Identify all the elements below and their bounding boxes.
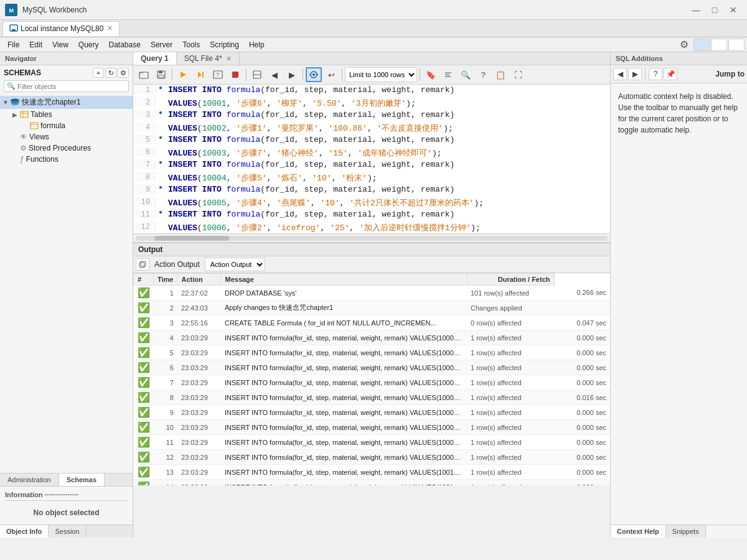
menu-file[interactable]: File (2, 39, 24, 50)
nav-forward-button[interactable]: ▶ (628, 68, 642, 80)
stored-procs-item[interactable]: ⚙ Stored Procedures (0, 142, 133, 154)
fullscreen-button[interactable]: ⛶ (510, 67, 526, 82)
query-tab-1-label: Query 1 (141, 54, 169, 63)
explain-button[interactable]: ? (210, 67, 226, 82)
menu-help[interactable]: Help (244, 39, 270, 50)
tables-item[interactable]: ▶ Tables (0, 109, 133, 120)
horizontal-scrollbar[interactable] (133, 234, 610, 243)
schema-search-icon[interactable]: ⚙ (118, 68, 129, 78)
tab-label: Local instance MySQL80 (21, 24, 103, 33)
status-icon: ✅ (138, 437, 150, 447)
close-button[interactable]: ✕ (725, 4, 742, 16)
output-header: Output (133, 243, 610, 256)
svg-rect-3 (12, 29, 16, 31)
nav-back-button[interactable]: ◀ (613, 68, 627, 80)
output-type-select[interactable]: Action Output Text Output (205, 258, 265, 271)
context-help-toggle[interactable]: ? (475, 67, 491, 82)
menu-tools[interactable]: Tools (177, 39, 205, 50)
menu-view[interactable]: View (47, 39, 73, 50)
nav-pin-button[interactable]: 📌 (664, 68, 677, 80)
settings-icon[interactable]: ⚙ (680, 39, 688, 50)
formula-table-item[interactable]: formula (0, 120, 133, 131)
sql-line-12: 12 VALUES(10006, '步骤2', 'icefrog', '25',… (133, 222, 610, 234)
search-icon: 🔍 (7, 82, 16, 90)
jump-to-button[interactable]: Jump to (715, 70, 745, 78)
stored-procs-label: Stored Procedures (29, 144, 91, 152)
formula-label: formula (40, 121, 65, 130)
menu-server[interactable]: Server (146, 39, 177, 50)
toggle-output-button[interactable] (249, 67, 265, 82)
view-toggle-2[interactable] (711, 39, 727, 51)
forward-button[interactable]: ▶ (284, 67, 300, 82)
functions-item[interactable]: ƒ Functions (0, 154, 133, 165)
bottom-tabs: Object Info Session (0, 525, 133, 538)
menu-scripting[interactable]: Scripting (205, 39, 244, 50)
sql-editor[interactable]: 1 ● INSERT INTO formula(for_id, step, ma… (133, 85, 610, 234)
minimize-button[interactable]: — (687, 4, 705, 16)
view-toggle-1[interactable] (693, 39, 710, 51)
commit-button[interactable] (306, 67, 322, 82)
scrollbar-thumb[interactable] (154, 236, 229, 241)
save-file-button[interactable] (153, 67, 169, 82)
views-icon: 👁 (20, 133, 27, 141)
maximize-button[interactable]: □ (706, 4, 723, 16)
execute-button[interactable] (175, 67, 191, 82)
query-tab-1[interactable]: Query 1 (133, 52, 177, 65)
schemas-tab[interactable]: Schemas (59, 474, 105, 486)
back-button[interactable]: ◀ (266, 67, 283, 82)
snippets-tab[interactable]: Snippets (666, 525, 706, 538)
query-tab-sqlfile[interactable]: SQL File 4* ✕ (177, 52, 240, 65)
table-row: ✅ 13 23:03:29 INSERT INTO formula(for_id… (134, 465, 611, 480)
sql-line-11: 11 ● INSERT INTO formula(for_id, step, m… (133, 209, 610, 222)
toolbar-sep-4 (342, 68, 342, 81)
tab-close-icon[interactable]: ✕ (107, 24, 113, 32)
schema-add-icon[interactable]: + (93, 68, 104, 78)
menu-query[interactable]: Query (73, 39, 104, 50)
svg-rect-29 (139, 263, 144, 268)
session-tab[interactable]: Session (49, 525, 86, 538)
tables-expand-icon: ▶ (12, 111, 20, 118)
nav-sep (645, 68, 646, 80)
view-toggle-3[interactable] (728, 39, 745, 51)
limit-select[interactable]: Limit to 1000 rows No Limit Limit to 10 … (345, 67, 417, 82)
table-row: ✅ 4 23:03:29 INSERT INTO formula(for_id,… (134, 330, 611, 345)
menu-edit[interactable]: Edit (24, 39, 47, 50)
bookmark-button[interactable]: 🔖 (423, 67, 439, 82)
sql-line-8: 8 VALUES(10004, '步骤5', '炼石', '10', '粉末')… (133, 172, 610, 184)
table-row: ✅ 7 23:03:29 INSERT INTO formula(for_id,… (134, 375, 611, 390)
rollback-button[interactable]: ↩ (323, 67, 339, 82)
views-item[interactable]: 👁 Views (0, 131, 133, 142)
status-icon: ✅ (138, 392, 150, 403)
status-icon: ✅ (138, 287, 150, 298)
object-info-tab[interactable]: Object Info (0, 525, 49, 538)
status-icon: ✅ (138, 332, 150, 343)
functions-icon: ƒ (20, 155, 24, 164)
table-row: ✅ 10 23:03:29 INSERT INTO formula(for_id… (134, 420, 611, 435)
sql-line-1: 1 ● INSERT INTO formula(for_id, step, ma… (133, 85, 610, 97)
menu-database[interactable]: Database (104, 39, 146, 50)
col-duration: Duration / Fetch (467, 274, 554, 286)
titlebar: M MySQL Workbench — □ ✕ (0, 0, 747, 20)
col-time: Time (154, 274, 177, 286)
context-help-tab[interactable]: Context Help (611, 525, 666, 538)
stop-button[interactable] (227, 67, 243, 82)
schemas-label: SCHEMAS (4, 68, 41, 77)
query-tabs: Query 1 SQL File 4* ✕ (133, 52, 610, 65)
output-copy-button[interactable] (136, 258, 149, 271)
status-icon: ✅ (138, 482, 150, 485)
filter-input[interactable] (17, 83, 126, 90)
nav-help-button[interactable]: ? (649, 68, 662, 80)
schema-refresh-icon[interactable]: ↻ (105, 68, 116, 78)
administration-tab[interactable]: Administration (0, 474, 59, 486)
snippets-button[interactable]: 📋 (492, 67, 509, 82)
format-button[interactable] (440, 67, 456, 82)
svg-point-23 (312, 73, 315, 76)
sidebar-tab-row: Administration Schemas (0, 474, 133, 487)
status-icon: ✅ (138, 377, 150, 388)
open-file-button[interactable] (136, 67, 152, 82)
tab-local-instance[interactable]: Local instance MySQL80 ✕ (2, 21, 120, 36)
execute-current-button[interactable] (192, 67, 209, 82)
query-tab-close-icon[interactable]: ✕ (226, 55, 232, 63)
search-button[interactable]: 🔍 (458, 67, 474, 82)
schema-item[interactable]: ▼ 快速念咒chapter1 (0, 96, 133, 109)
